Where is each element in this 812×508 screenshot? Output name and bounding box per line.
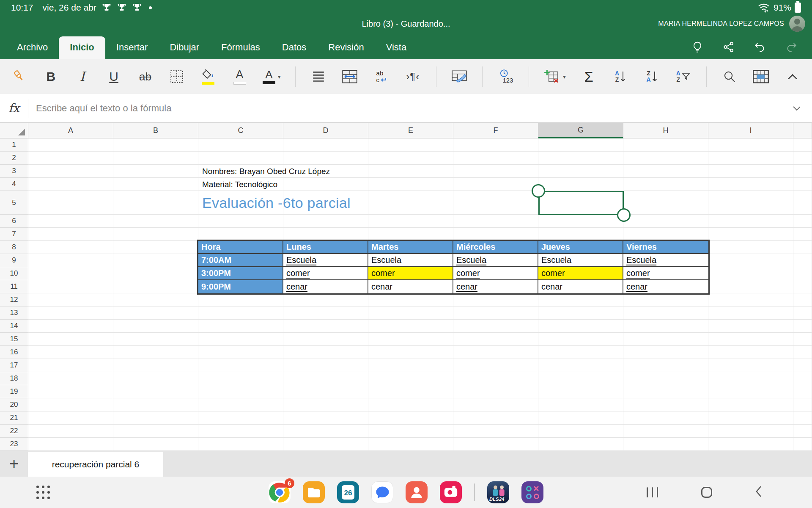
grid-cell-G13[interactable] [538, 306, 623, 320]
grid-cell-I8[interactable] [708, 241, 793, 254]
grid-cell-B1[interactable] [113, 138, 198, 152]
grid-cell-A2[interactable] [28, 152, 113, 165]
row-header-19[interactable]: 19 [0, 385, 28, 398]
grid-cell-I7[interactable] [708, 228, 793, 241]
grid-cell-B21[interactable] [113, 411, 198, 425]
grid-cell-E22[interactable] [368, 425, 453, 438]
schedule-time-7:00AM[interactable]: 7:00AM [198, 254, 283, 267]
grid-cell-A11[interactable] [28, 280, 113, 293]
grid-cell-H23[interactable] [623, 438, 708, 451]
cell-styles-button[interactable] [451, 64, 468, 89]
grid-cell-I5[interactable] [708, 191, 793, 215]
grid-cell-A22[interactable] [28, 425, 113, 438]
grid-cell-D15[interactable] [283, 333, 368, 346]
row-header-12[interactable]: 12 [0, 293, 28, 306]
grid-cell-F5[interactable] [453, 191, 538, 215]
grid-cell-A17[interactable] [28, 359, 113, 372]
grid-cell-I11[interactable] [708, 280, 793, 293]
schedule-cell[interactable]: cenar [368, 280, 453, 293]
row-header-18[interactable]: 18 [0, 372, 28, 385]
sheet-tab-active[interactable]: recuperación parcial 6 [28, 452, 163, 477]
grid-cell-G18[interactable] [538, 372, 623, 385]
grid-cell-I9[interactable] [708, 254, 793, 267]
grid-cell-partial[interactable] [793, 152, 812, 165]
search-button[interactable] [721, 64, 738, 89]
grid-cell-E19[interactable] [368, 385, 453, 398]
row-header-6[interactable]: 6 [0, 215, 28, 228]
grid-cell-C19[interactable] [198, 385, 283, 398]
sort-descending-button[interactable]: ZA [643, 64, 660, 89]
grid-cell-D20[interactable] [283, 398, 368, 411]
contacts-icon[interactable] [406, 481, 428, 503]
grid-cell-D21[interactable] [283, 411, 368, 425]
grid-cell-I1[interactable] [708, 138, 793, 152]
grid-cell-F12[interactable] [453, 293, 538, 306]
grid-cell-E1[interactable] [368, 138, 453, 152]
ribbon-tab-revisión[interactable]: Revisión [317, 36, 375, 59]
schedule-cell[interactable]: comer [368, 267, 453, 280]
my-files-icon[interactable] [303, 481, 325, 503]
ribbon-tab-dibujar[interactable]: Dibujar [159, 36, 210, 59]
format-painter-button[interactable] [11, 64, 28, 89]
grid-cell-D19[interactable] [283, 385, 368, 398]
grid-cell-H17[interactable] [623, 359, 708, 372]
grid-cell-D4[interactable] [283, 178, 368, 191]
collapse-ribbon-button[interactable] [784, 64, 801, 89]
grid-cell-H4[interactable] [623, 178, 708, 191]
paragraph-marks-button[interactable]: ›¶‹ [404, 64, 421, 89]
account-avatar[interactable] [789, 16, 805, 32]
wrap-text-button[interactable]: abc [373, 64, 390, 89]
grid-cell-A19[interactable] [28, 385, 113, 398]
column-header-D[interactable]: D [283, 123, 368, 138]
insert-delete-cells-button[interactable]: ▾ [543, 64, 566, 89]
column-header-G[interactable]: G [538, 123, 623, 138]
schedule-time-9:00PM[interactable]: 9:00PM [198, 280, 283, 293]
grid-cell-H13[interactable] [623, 306, 708, 320]
grid-cell-H7[interactable] [623, 228, 708, 241]
schedule-cell[interactable]: Escuela [283, 254, 368, 267]
schedule-time-3:00PM[interactable]: 3:00PM [198, 267, 283, 280]
grid-cell-E17[interactable] [368, 359, 453, 372]
ribbon-tab-archivo[interactable]: Archivo [6, 36, 59, 59]
grid-cell-G22[interactable] [538, 425, 623, 438]
schedule-cell[interactable]: comer [453, 267, 538, 280]
grid-cell-partial[interactable] [793, 293, 812, 306]
grid-cell-I21[interactable] [708, 411, 793, 425]
column-header-F[interactable]: F [453, 123, 538, 138]
schedule-cell[interactable]: comer [623, 267, 708, 280]
cell-value-C5[interactable]: Evaluación -6to parcial [198, 191, 351, 215]
ribbon-tab-insertar[interactable]: Insertar [105, 36, 159, 59]
grid-cell-D2[interactable] [283, 152, 368, 165]
grid-cell-H19[interactable] [623, 385, 708, 398]
grid-cell-E5[interactable] [368, 191, 453, 215]
grid-cell-E23[interactable] [368, 438, 453, 451]
row-header-15[interactable]: 15 [0, 333, 28, 346]
grid-cell-H2[interactable] [623, 152, 708, 165]
row-header-9[interactable]: 9 [0, 254, 28, 267]
row-header-17[interactable]: 17 [0, 359, 28, 372]
column-header-B[interactable]: B [113, 123, 198, 138]
grid-cell-A5[interactable] [28, 191, 113, 215]
grid-cell-H18[interactable] [623, 372, 708, 385]
row-header-2[interactable]: 2 [0, 152, 28, 165]
grid-cell-A9[interactable] [28, 254, 113, 267]
row-header-5[interactable]: 5 [0, 191, 28, 215]
grid-cell-partial[interactable] [793, 320, 812, 333]
grid-cell-E21[interactable] [368, 411, 453, 425]
grid-cell-I17[interactable] [708, 359, 793, 372]
grid-cell-partial[interactable] [793, 178, 812, 191]
grid-cell-B16[interactable] [113, 346, 198, 359]
grid-cell-C21[interactable] [198, 411, 283, 425]
column-header-partial[interactable] [793, 123, 812, 138]
grid-cell-G3[interactable] [538, 165, 623, 178]
schedule-cell[interactable]: cenar [283, 280, 368, 293]
schedule-header-martes[interactable]: Martes [368, 241, 453, 254]
row-header-16[interactable]: 16 [0, 346, 28, 359]
grid-cell-A15[interactable] [28, 333, 113, 346]
select-all-corner[interactable] [0, 123, 28, 138]
grid-cell-H22[interactable] [623, 425, 708, 438]
row-header-4[interactable]: 4 [0, 178, 28, 191]
grid-cell-B4[interactable] [113, 178, 198, 191]
grid-cell-A8[interactable] [28, 241, 113, 254]
grid-cell-C20[interactable] [198, 398, 283, 411]
